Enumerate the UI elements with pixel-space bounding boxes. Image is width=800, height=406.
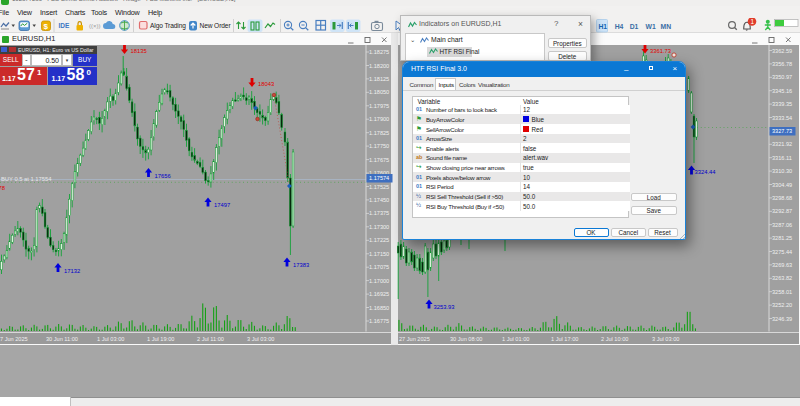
svg-text:3324.44: 3324.44	[695, 169, 717, 175]
svg-text:1.18050: 1.18050	[369, 89, 389, 95]
svg-text:30 Jun 11:00: 30 Jun 11:00	[46, 336, 78, 342]
svg-text:17383: 17383	[293, 262, 309, 268]
svg-text:18043: 18043	[258, 81, 274, 87]
svg-text:18135: 18135	[131, 48, 147, 54]
svg-text:3327.73: 3327.73	[772, 128, 792, 134]
svg-text:3345.16: 3345.16	[772, 88, 792, 94]
svg-text:1.18125: 1.18125	[369, 76, 389, 82]
svg-text:1.18200: 1.18200	[369, 63, 389, 69]
svg-text:1.16925: 1.16925	[369, 291, 389, 297]
svg-text:30 Jun 08:00: 30 Jun 08:00	[450, 336, 482, 342]
svg-text:17656: 17656	[155, 173, 171, 179]
svg-text:17132: 17132	[64, 268, 80, 274]
svg-text:17497: 17497	[214, 202, 230, 208]
svg-text:1 Jul 17:00: 1 Jul 17:00	[551, 336, 578, 342]
svg-text:3252.20: 3252.20	[772, 302, 792, 308]
svg-text:1.17225: 1.17225	[369, 237, 389, 243]
svg-text:1.18275: 1.18275	[369, 49, 389, 55]
svg-text:3356.78: 3356.78	[772, 61, 792, 67]
svg-text:2 Jul 10:00: 2 Jul 10:00	[601, 336, 628, 342]
svg-text:1.17375: 1.17375	[369, 210, 389, 216]
svg-text:3304.49: 3304.49	[772, 182, 792, 188]
svg-text:1.17075: 1.17075	[369, 264, 389, 270]
svg-text:3361.73: 3361.73	[650, 48, 671, 54]
svg-text:7 Jun 2025: 7 Jun 2025	[0, 336, 28, 342]
svg-text:1.16775: 1.16775	[369, 318, 389, 324]
svg-text:27 Jun 2025: 27 Jun 2025	[399, 336, 430, 342]
svg-text:3310.30: 3310.30	[772, 168, 792, 174]
svg-text:3275.44: 3275.44	[772, 249, 792, 255]
svg-text:3321.92: 3321.92	[772, 141, 792, 147]
svg-text:1.17975: 1.17975	[369, 103, 389, 109]
svg-text:3 Jul 03:00: 3 Jul 03:00	[652, 336, 679, 342]
svg-text:1.17150: 1.17150	[369, 251, 389, 257]
svg-text:1 Jul 01:00: 1 Jul 01:00	[502, 336, 529, 342]
svg-text:3258.01: 3258.01	[772, 289, 792, 295]
svg-text:1.17900: 1.17900	[369, 116, 389, 122]
svg-text:3292.87: 3292.87	[772, 208, 792, 214]
svg-text:3333.54: 3333.54	[772, 115, 792, 121]
svg-text:1.17750: 1.17750	[369, 143, 389, 149]
svg-text:3316.11: 3316.11	[772, 155, 792, 161]
svg-text:BUY 0.5 at 1.17554: BUY 0.5 at 1.17554	[1, 176, 52, 182]
svg-text:3339.35: 3339.35	[772, 101, 792, 107]
svg-text:1.16850: 1.16850	[369, 305, 389, 311]
svg-text:3287.06: 3287.06	[772, 222, 792, 228]
svg-text:1.17675: 1.17675	[369, 157, 389, 163]
svg-text:3362.59: 3362.59	[772, 48, 792, 54]
svg-text:1.17300: 1.17300	[369, 224, 389, 230]
svg-text:1 Jul 03:00: 1 Jul 03:00	[97, 336, 124, 342]
svg-text:1.17525: 1.17525	[369, 184, 389, 190]
svg-text:1.17000: 1.17000	[369, 278, 389, 284]
svg-text:3269.63: 3269.63	[772, 262, 792, 268]
svg-text:3 Jul 03:00: 3 Jul 03:00	[247, 336, 274, 342]
svg-text:3350.97: 3350.97	[772, 74, 792, 80]
svg-text:3253.93: 3253.93	[434, 304, 455, 310]
svg-text:1.17825: 1.17825	[369, 130, 389, 136]
svg-text:3281.25: 3281.25	[772, 235, 792, 241]
svg-text:1.17574: 1.17574	[369, 175, 389, 181]
svg-text:2 Jul 11:00: 2 Jul 11:00	[197, 336, 224, 342]
svg-text:1 Jul 19:00: 1 Jul 19:00	[147, 336, 174, 342]
svg-text:3298.68: 3298.68	[772, 195, 792, 201]
svg-text:3246.39: 3246.39	[772, 316, 792, 322]
svg-text:1.17450: 1.17450	[369, 197, 389, 203]
svg-text:78: 78	[0, 185, 5, 191]
svg-text:3263.82: 3263.82	[772, 275, 792, 281]
